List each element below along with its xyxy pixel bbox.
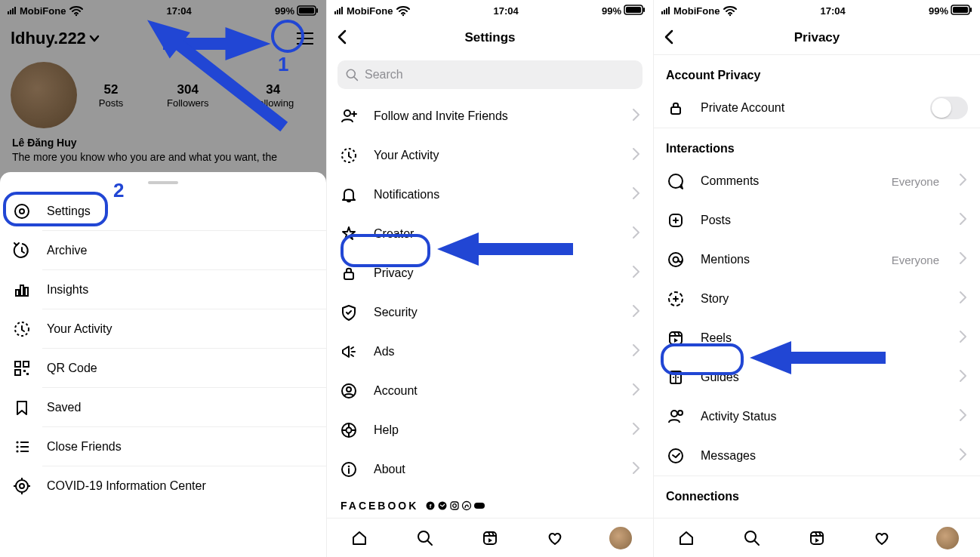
menu-saved[interactable]: Saved	[0, 388, 326, 427]
tab-home[interactable]	[349, 528, 370, 549]
settings-notifications[interactable]: Notifications	[327, 175, 653, 214]
screen-2-settings: MobiFone 17:04 99% Settings Search Follo…	[327, 0, 654, 557]
insights-icon	[12, 281, 32, 299]
at-icon	[666, 251, 686, 269]
add-user-icon	[339, 107, 359, 125]
facebook-brand: FACEBOOK f	[327, 489, 653, 516]
tab-home[interactable]	[676, 528, 697, 549]
privacy-story[interactable]: Story	[654, 279, 980, 319]
chevron-right-icon	[632, 108, 641, 125]
chevron-right-icon	[632, 186, 641, 203]
chevron-right-icon	[632, 147, 641, 164]
options-bottom-sheet: Settings Archive Insights Your Activity …	[0, 172, 326, 557]
info-icon	[339, 460, 359, 479]
messages-icon	[666, 447, 686, 465]
page-title: Settings	[464, 30, 515, 45]
plus-icon	[666, 211, 686, 229]
private-account-toggle[interactable]	[930, 97, 968, 119]
annotation-arrow-guides	[750, 341, 886, 380]
signal-icon	[661, 7, 670, 14]
story-icon	[666, 290, 686, 308]
settings-about[interactable]: About	[327, 450, 653, 489]
settings-ads[interactable]: Ads	[327, 332, 653, 371]
battery-pct: 99%	[602, 5, 621, 17]
tab-search[interactable]	[414, 528, 436, 549]
help-icon	[339, 421, 359, 439]
annotation-circle-guides	[661, 343, 744, 375]
settings-help[interactable]: Help	[327, 411, 653, 450]
wifi-icon	[723, 5, 737, 17]
settings-security[interactable]: Security	[327, 293, 653, 332]
comments-value: Everyone	[892, 175, 939, 188]
page-title: Privacy	[794, 30, 840, 45]
section-interactions: Interactions	[654, 128, 980, 162]
menu-archive[interactable]: Archive	[0, 231, 326, 270]
privacy-mentions[interactable]: MentionsEveryone	[654, 240, 980, 279]
section-account-privacy: Account Privacy	[654, 55, 980, 88]
svg-point-48	[453, 504, 457, 508]
tab-profile[interactable]	[937, 528, 958, 549]
tab-profile[interactable]	[610, 528, 631, 549]
annotation-circle-1	[271, 20, 304, 53]
settings-follow-invite[interactable]: Follow and Invite Friends	[327, 97, 653, 136]
tab-activity[interactable]	[871, 528, 892, 549]
search-placeholder: Search	[365, 68, 403, 82]
settings-your-activity[interactable]: Your Activity	[327, 136, 653, 175]
annotation-number-2: 2	[113, 179, 124, 202]
back-button[interactable]	[334, 29, 353, 47]
section-connections: Connections	[654, 476, 980, 509]
privacy-messages[interactable]: Messages	[654, 436, 980, 475]
close-friends-icon	[12, 438, 32, 456]
search-icon	[345, 68, 359, 82]
tab-reels[interactable]	[479, 528, 501, 549]
signal-icon	[334, 7, 343, 14]
settings-account[interactable]: Account	[327, 371, 653, 411]
battery-pct: 99%	[929, 5, 948, 17]
status-time: 17:04	[494, 5, 519, 17]
chevron-right-icon	[632, 343, 641, 360]
menu-your-activity[interactable]: Your Activity	[0, 309, 326, 349]
carrier-label: MobiFone	[347, 5, 393, 17]
shield-icon	[339, 303, 359, 322]
svg-point-46	[439, 502, 447, 510]
svg-text:f: f	[430, 503, 432, 509]
menu-qr-code[interactable]: QR Code	[0, 349, 326, 388]
covid-icon	[12, 477, 32, 495]
menu-close-friends[interactable]: Close Friends	[0, 427, 326, 466]
privacy-comments[interactable]: CommentsEveryone	[654, 162, 980, 201]
activity-status-icon	[666, 408, 686, 426]
search-input[interactable]: Search	[337, 60, 643, 89]
screen-3-privacy: MobiFone 17:04 99% Privacy Account Priva…	[654, 0, 980, 557]
privacy-posts[interactable]: Posts	[654, 201, 980, 240]
annotation-circle-2	[3, 192, 108, 226]
privacy-activity-status[interactable]: Activity Status	[654, 397, 980, 436]
chevron-right-icon	[632, 304, 641, 321]
svg-rect-50	[474, 503, 485, 509]
annotation-arrow-2	[128, 57, 302, 203]
chevron-right-icon	[632, 461, 641, 478]
menu-insights[interactable]: Insights	[0, 270, 326, 309]
chevron-right-icon	[632, 383, 641, 399]
back-button[interactable]	[661, 29, 680, 47]
menu-covid-info[interactable]: COVID-19 Information Center	[0, 466, 326, 506]
privacy-private-account[interactable]: Private Account	[654, 88, 980, 128]
chevron-right-icon	[632, 226, 641, 242]
archive-icon	[12, 242, 32, 260]
mentions-value: Everyone	[892, 254, 939, 266]
ads-icon	[339, 343, 359, 361]
tab-activity[interactable]	[544, 528, 566, 549]
svg-point-49	[463, 502, 471, 510]
annotation-circle-privacy	[341, 234, 430, 267]
bell-icon	[339, 186, 359, 204]
tab-reels[interactable]	[806, 528, 827, 549]
status-time: 17:04	[821, 5, 846, 17]
account-icon	[339, 382, 359, 400]
lock-icon	[666, 99, 686, 117]
svg-rect-47	[451, 502, 458, 509]
annotation-arrow-privacy	[437, 232, 573, 272]
screen-1-profile: MobiFone 17:04 99% ldhuy.222 52Posts 304…	[0, 0, 327, 557]
chevron-right-icon	[632, 422, 641, 439]
qr-icon	[12, 359, 32, 377]
activity-icon	[12, 320, 32, 338]
tab-search[interactable]	[741, 528, 763, 549]
